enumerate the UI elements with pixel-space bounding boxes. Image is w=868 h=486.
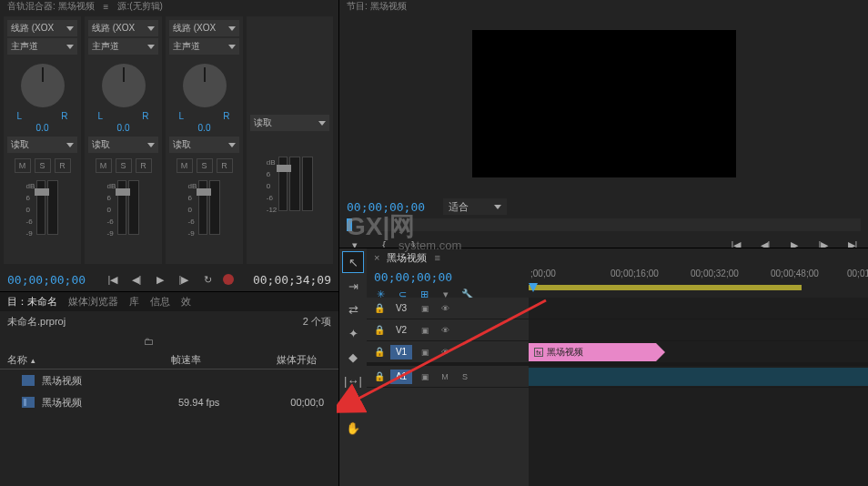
tab-source[interactable]: 源:(无剪辑) xyxy=(117,0,162,13)
record-button[interactable]: R xyxy=(217,158,233,173)
volume-fader[interactable] xyxy=(36,180,45,235)
monitor-scrubber[interactable] xyxy=(347,218,861,231)
mute-button[interactable]: M xyxy=(15,158,31,173)
master-select[interactable]: 主声道 xyxy=(7,38,77,55)
loop-button[interactable]: ↻ xyxy=(199,271,216,288)
pan-knob[interactable] xyxy=(21,64,65,107)
solo-button[interactable]: S xyxy=(35,158,51,173)
pan-knob[interactable] xyxy=(102,64,146,107)
msr-buttons: M S R xyxy=(15,158,71,173)
mixer-channel: 线路 (XOX 主声道 LR 0.0 读取 MSR dB60-6-9 xyxy=(85,16,162,264)
col-header-fps[interactable]: 帧速率 xyxy=(171,353,244,367)
tab-info[interactable]: 信息 xyxy=(150,295,170,309)
automation-mode[interactable]: 读取 xyxy=(7,137,77,153)
step-back-button[interactable]: ◀| xyxy=(128,271,145,288)
solo-button[interactable]: S xyxy=(116,158,132,173)
automation-mode[interactable]: 读取 xyxy=(250,115,329,131)
track-label[interactable]: V3 xyxy=(390,301,412,316)
ripple-edit-tool[interactable]: ⇄ xyxy=(343,299,363,319)
route-select[interactable]: 线路 (XOX xyxy=(88,20,158,36)
track-output-toggle[interactable]: ▣ xyxy=(418,302,432,315)
program-monitor: 节目: 黑场视频 xyxy=(339,0,868,195)
track-label[interactable]: V2 xyxy=(390,323,412,338)
timeline-timecode[interactable]: 00;00;00;00 xyxy=(374,270,521,284)
play-button[interactable]: ▶ xyxy=(152,271,168,288)
monitor-tab[interactable]: 节目: 黑场视频 xyxy=(347,0,407,13)
col-header-name[interactable]: 名称▴ xyxy=(7,353,171,367)
slip-tool[interactable]: |↔| xyxy=(343,370,363,390)
tab-libraries[interactable]: 库 xyxy=(129,295,139,309)
track-label[interactable]: V1 xyxy=(390,345,412,359)
track-output-toggle[interactable]: ▣ xyxy=(418,370,432,383)
db-scale: dB60-6-9 xyxy=(26,180,35,239)
monitor-timecode[interactable]: 00;00;00;00 xyxy=(347,200,425,214)
automation-mode[interactable]: 读取 xyxy=(169,137,239,153)
clip-icon xyxy=(22,375,35,386)
selection-tool[interactable]: ↖ xyxy=(343,252,363,272)
track-visibility-toggle[interactable]: 👁 xyxy=(438,324,452,337)
solo-toggle[interactable]: S xyxy=(458,370,472,383)
tab-media-browser[interactable]: 媒体浏览器 xyxy=(68,295,118,309)
track-output-toggle[interactable]: ▣ xyxy=(418,346,432,359)
timeline-clip[interactable]: fx 黑场视频 xyxy=(529,343,656,361)
volume-fader[interactable] xyxy=(198,180,207,235)
track-visibility-toggle[interactable]: 👁 xyxy=(438,302,452,315)
fx-badge-icon: fx xyxy=(534,348,543,357)
lock-icon[interactable]: 🔒 xyxy=(374,325,385,335)
tab-effects[interactable]: 效 xyxy=(181,295,191,309)
mixer-channel: 线路 (XOX 主声道 LR 0.0 读取 MSR dB60-6-9 xyxy=(166,16,243,264)
tab-project[interactable]: 目：未命名 xyxy=(7,295,57,309)
pan-value: 0.0 xyxy=(117,123,130,133)
record-button[interactable] xyxy=(223,274,234,285)
volume-fader[interactable] xyxy=(278,157,288,211)
table-row[interactable]: 黑场视频 xyxy=(0,370,338,391)
automation-mode[interactable]: 读取 xyxy=(88,137,158,153)
tab-menu-icon[interactable]: ≡ xyxy=(434,252,439,263)
solo-button[interactable]: S xyxy=(197,158,213,173)
tab-menu-icon[interactable]: ≡ xyxy=(104,2,109,12)
track-header-v3[interactable]: 🔒 V3 ▣ 👁 xyxy=(367,298,529,319)
track-header-a1[interactable]: 🔒 A1 ▣ M S xyxy=(367,366,529,388)
master-select[interactable]: 主声道 xyxy=(88,38,158,55)
track-label[interactable]: A1 xyxy=(390,370,412,384)
record-button[interactable]: R xyxy=(55,158,71,173)
razor-tool[interactable]: ◆ xyxy=(343,347,363,367)
step-forward-button[interactable]: |▶ xyxy=(176,271,192,288)
work-area-bar[interactable] xyxy=(529,283,868,296)
hand-tool[interactable]: ✋ xyxy=(343,418,363,438)
volume-fader[interactable] xyxy=(117,180,126,235)
pan-knob[interactable] xyxy=(183,64,227,107)
tab-audio-mixer[interactable]: 音轨混合器: 黑场视频 xyxy=(7,0,95,13)
track-visibility-toggle[interactable]: 👁 xyxy=(438,346,452,359)
pen-tool[interactable]: ✎ xyxy=(343,394,363,414)
new-bin-icon[interactable]: 🗀 xyxy=(144,336,154,347)
lock-icon[interactable]: 🔒 xyxy=(374,371,385,381)
track-header-v1[interactable]: 🔒 V1 ▣ 👁 xyxy=(367,341,529,363)
record-button[interactable]: R xyxy=(136,158,152,173)
track-output-toggle[interactable]: ▣ xyxy=(418,324,432,337)
route-select[interactable]: 线路 (XOX xyxy=(7,20,77,36)
route-select[interactable]: 线路 (XOX xyxy=(169,20,239,36)
time-ruler[interactable]: ;00;00 00;00;16;00 00;00;32;00 00;00;48;… xyxy=(529,267,868,283)
table-row[interactable]: 黑场视频 59.94 fps 00;00;0 xyxy=(0,391,338,413)
col-header-start[interactable]: 媒体开始 xyxy=(244,353,317,367)
master-select[interactable]: 主声道 xyxy=(169,38,239,55)
timeline-tools: ↖ ⇥ ⇄ ✦ ◆ |↔| ✎ ✋ xyxy=(339,248,367,486)
close-tab-icon[interactable]: × xyxy=(374,252,379,263)
track-select-tool[interactable]: ⇥ xyxy=(343,276,363,296)
project-table: 名称▴ 帧速率 媒体开始 黑场视频 黑场视频 59.94 fps 00;00;0 xyxy=(0,351,338,486)
mute-toggle[interactable]: M xyxy=(438,370,452,383)
lock-icon[interactable]: 🔒 xyxy=(374,303,385,313)
sort-arrow-icon: ▴ xyxy=(31,356,35,365)
rate-stretch-tool[interactable]: ✦ xyxy=(343,323,363,343)
mute-button[interactable]: M xyxy=(177,158,193,173)
mute-button[interactable]: M xyxy=(96,158,112,173)
video-preview[interactable] xyxy=(472,30,736,177)
timeline-audio-clip[interactable] xyxy=(529,368,868,386)
zoom-fit-select[interactable]: 适合 xyxy=(443,198,507,215)
lock-icon[interactable]: 🔒 xyxy=(374,347,385,357)
current-timecode[interactable]: 00;00;00;00 xyxy=(7,273,86,287)
sequence-tab[interactable]: 黑场视频 xyxy=(387,251,427,265)
track-header-v2[interactable]: 🔒 V2 ▣ 👁 xyxy=(367,319,529,341)
goto-in-button[interactable]: |◀ xyxy=(105,271,121,288)
